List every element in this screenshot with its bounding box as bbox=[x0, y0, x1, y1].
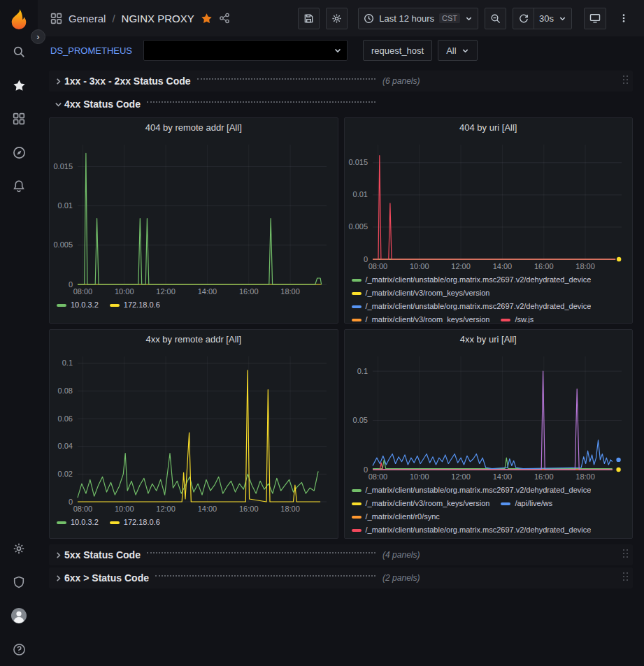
svg-text:0.005: 0.005 bbox=[348, 222, 368, 231]
svg-text:0.05: 0.05 bbox=[352, 416, 367, 424]
chevron-down-icon bbox=[52, 101, 64, 108]
svg-text:10:00: 10:00 bbox=[115, 505, 134, 513]
row-drag-handle[interactable] bbox=[623, 572, 629, 581]
row-header-6xx[interactable]: 6xx > Status Code (2 panels) bbox=[49, 567, 633, 588]
share-icon[interactable] bbox=[219, 13, 230, 24]
row-title: 1xx - 3xx - 2xx Status Code bbox=[64, 75, 191, 87]
row-header-1xx-3xx-2xx[interactable]: 1xx - 3xx - 2xx Status Code (6 panels) bbox=[49, 71, 633, 92]
timezone-badge: CST bbox=[439, 13, 460, 23]
svg-text:0.005: 0.005 bbox=[53, 240, 73, 249]
dashboard-toolbar: Last 12 hours CST bbox=[298, 8, 634, 29]
refresh-interval-picker[interactable]: 30s bbox=[534, 8, 572, 29]
legend-item[interactable]: /_matrix/client/unstable/org.matrix.msc2… bbox=[352, 523, 592, 537]
top-navigation-bar: General / NGINX PROXY bbox=[38, 0, 644, 36]
explore-compass-icon[interactable] bbox=[0, 136, 38, 169]
row-drag-handle[interactable] bbox=[623, 75, 629, 85]
legend-label: /_matrix/client/unstable/org.matrix.msc2… bbox=[366, 523, 592, 537]
grafana-logo[interactable] bbox=[0, 4, 38, 35]
legend-item[interactable]: /sw.js bbox=[501, 313, 534, 323]
legend-item[interactable]: /_matrix/client/v3/room_keys/version bbox=[352, 313, 490, 323]
legend-item[interactable]: /_matrix/client/r0/sync bbox=[352, 510, 440, 523]
help-icon[interactable] bbox=[0, 632, 38, 666]
legend-swatch bbox=[501, 502, 510, 505]
legend-label: /_matrix/client/unstable/org.matrix.msc2… bbox=[366, 273, 592, 287]
datasource-variable-label[interactable]: DS_PROMETHEUS bbox=[50, 42, 138, 59]
row-dots bbox=[155, 575, 375, 577]
legend-item[interactable]: /api/live/ws bbox=[501, 497, 552, 510]
breadcrumb-title[interactable]: NGINX PROXY bbox=[122, 13, 194, 24]
dashboard-settings-button[interactable] bbox=[326, 8, 348, 29]
refresh-button[interactable] bbox=[513, 8, 534, 29]
host-variable-select[interactable] bbox=[143, 40, 348, 61]
svg-text:12:00: 12:00 bbox=[156, 287, 176, 296]
chart-legend: /_matrix/client/unstable/org.matrix.msc2… bbox=[345, 272, 633, 323]
refresh-icon bbox=[519, 13, 529, 23]
legend-item[interactable]: /_matrix/client/unstable/org.matrix.msc2… bbox=[352, 300, 592, 313]
svg-text:14:00: 14:00 bbox=[492, 472, 512, 481]
svg-text:08:00: 08:00 bbox=[73, 287, 93, 296]
grafana-app: › General / NGINX PROXY bbox=[0, 0, 644, 666]
row-drag-handle[interactable] bbox=[623, 549, 629, 558]
legend-item[interactable]: /_matrix/client/v3/room_keys/version bbox=[352, 287, 490, 300]
tv-mode-button[interactable] bbox=[584, 8, 606, 29]
svg-text:0.04: 0.04 bbox=[58, 442, 73, 450]
time-range-picker[interactable]: Last 12 hours CST bbox=[358, 8, 478, 29]
zoom-out-button[interactable] bbox=[485, 8, 506, 29]
panel-4xx-by-remote-addr: 4xx by remote addr [All] 00.020.040.060.… bbox=[49, 329, 338, 539]
sidebar-expand-button[interactable]: › bbox=[31, 29, 45, 44]
legend-label: /_matrix/client/unstable/org.matrix.msc2… bbox=[366, 300, 592, 313]
timeseries-chart[interactable]: 00.0050.010.01508:0010:0012:0014:0016:00… bbox=[345, 138, 633, 272]
request-host-variable-select[interactable]: All bbox=[438, 40, 477, 61]
legend-label: /_matrix/client/v3/room_keys/version bbox=[366, 497, 490, 510]
save-dashboard-button[interactable] bbox=[298, 8, 320, 29]
legend-item[interactable]: /_matrix/client/unstable/org.matrix.msc2… bbox=[352, 484, 592, 497]
svg-text:16:00: 16:00 bbox=[534, 472, 553, 481]
row-header-5xx[interactable]: 5xx Status Code (4 panels) bbox=[49, 544, 633, 565]
svg-text:0: 0 bbox=[69, 280, 73, 289]
legend-item[interactable]: /_matrix/client/unstable/org.matrix.msc2… bbox=[352, 273, 592, 287]
favorite-star-icon[interactable] bbox=[201, 13, 213, 24]
more-options-kebab[interactable] bbox=[613, 8, 634, 29]
timeseries-chart[interactable]: 00.050.108:0010:0012:0014:0016:0018:00 bbox=[345, 349, 633, 482]
panel-title[interactable]: 404 by remote addr [All] bbox=[50, 118, 338, 138]
legend-swatch bbox=[501, 319, 510, 321]
legend-item[interactable]: 10.0.3.2 bbox=[57, 298, 99, 312]
svg-text:0: 0 bbox=[69, 498, 73, 506]
dashboard-canvas: 1xx - 3xx - 2xx Status Code (6 panels) 4… bbox=[38, 64, 644, 666]
chevron-right-icon bbox=[52, 574, 64, 582]
row-panel-count: (6 panels) bbox=[382, 76, 420, 86]
security-shield-icon[interactable] bbox=[0, 565, 38, 599]
breadcrumb-section[interactable]: General bbox=[69, 13, 106, 24]
svg-text:12:00: 12:00 bbox=[451, 262, 471, 270]
panel-404-by-remote-addr: 404 by remote addr [All] 00.0050.010.015… bbox=[49, 117, 338, 324]
starred-nav-icon[interactable] bbox=[0, 68, 38, 102]
legend-item[interactable]: 172.18.0.6 bbox=[110, 516, 160, 529]
user-avatar[interactable] bbox=[0, 599, 38, 632]
timeseries-chart[interactable]: 00.0050.010.01508:0010:0012:0014:0016:00… bbox=[50, 138, 338, 297]
row-header-4xx[interactable]: 4xx Status Code bbox=[49, 94, 633, 115]
panel-title[interactable]: 404 by uri [All] bbox=[345, 118, 633, 138]
legend-item[interactable]: 172.18.0.6 bbox=[110, 298, 160, 312]
alert-bell-icon[interactable] bbox=[0, 169, 38, 203]
svg-text:0.1: 0.1 bbox=[357, 367, 367, 375]
svg-text:14:00: 14:00 bbox=[492, 262, 512, 270]
panel-title[interactable]: 4xx by uri [All] bbox=[345, 330, 633, 349]
settings-gear-icon bbox=[331, 13, 342, 24]
row-title: 5xx Status Code bbox=[64, 549, 141, 560]
legend-swatch bbox=[57, 521, 66, 524]
legend-label: /api/live/ws bbox=[515, 497, 552, 510]
timeseries-chart[interactable]: 00.020.040.060.080.108:0010:0012:0014:00… bbox=[50, 349, 338, 514]
configuration-gear-icon[interactable] bbox=[0, 532, 38, 565]
legend-item[interactable]: 10.0.3.2 bbox=[57, 516, 99, 529]
legend-item[interactable]: /_matrix/client/v3/room_keys/version bbox=[352, 497, 490, 510]
svg-text:0: 0 bbox=[363, 465, 367, 474]
kebab-icon bbox=[619, 13, 629, 24]
legend-swatch bbox=[352, 489, 362, 492]
panel-4xx-by-uri: 4xx by uri [All] 00.050.108:0010:0012:00… bbox=[344, 329, 634, 539]
panel-title[interactable]: 4xx by remote addr [All] bbox=[50, 330, 338, 349]
row-title: 4xx Status Code bbox=[64, 99, 141, 110]
svg-text:0.01: 0.01 bbox=[352, 190, 367, 198]
svg-text:16:00: 16:00 bbox=[534, 262, 553, 270]
dashboards-icon[interactable] bbox=[0, 102, 38, 136]
panel-404-by-uri: 404 by uri [All] 00.0050.010.01508:0010:… bbox=[344, 117, 634, 324]
